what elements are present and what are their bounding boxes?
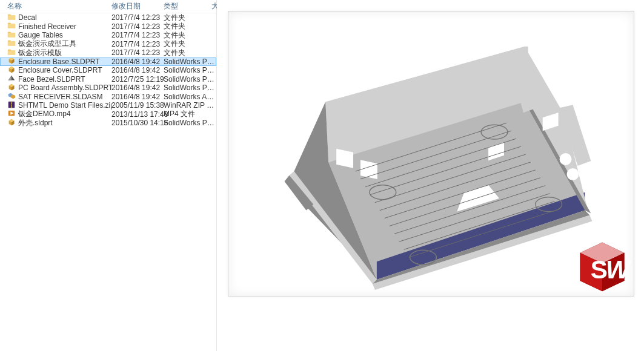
file-date: 2017/7/4 12:23 [111, 31, 164, 39]
file-date: 2016/4/8 19:42 [111, 93, 164, 101]
file-name: Enclosure Base.SLDPRT [18, 57, 100, 66]
file-date: 2012/7/25 12:19 [111, 75, 164, 84]
file-name: Gauge Tables [18, 31, 63, 39]
file-date: 2016/4/8 19:42 [111, 57, 164, 66]
sldprt-icon [7, 118, 16, 128]
svg-point-38 [560, 153, 572, 165]
file-date: 2017/7/4 12:23 [111, 48, 164, 57]
file-date: 2005/11/9 15:38 [111, 101, 164, 110]
file-name: Finished Receiver [18, 22, 76, 31]
svg-marker-7 [8, 76, 12, 80]
svg-rect-15 [11, 102, 12, 103]
file-name: 外壳.sldprt [18, 118, 53, 128]
preview-panel: S W [217, 0, 644, 351]
header-type[interactable]: 类型 [164, 1, 211, 11]
svg-point-39 [567, 168, 579, 180]
svg-rect-16 [11, 104, 12, 105]
file-type: SolidWorks Part... [164, 66, 216, 74]
solidworks-logo-icon: S W [573, 235, 631, 294]
file-type: SolidWorks Part... [164, 119, 216, 127]
file-date: 2017/7/4 12:23 [111, 13, 164, 22]
file-name: Face Bezel.SLDPRT [18, 75, 85, 84]
file-type: MP4 文件 [164, 109, 216, 119]
file-date: 2015/10/30 14:16 [111, 119, 164, 127]
file-date: 2013/11/13 17:48 [111, 110, 164, 119]
file-name: PC Board Assembly.SLDPRT [18, 84, 111, 92]
preview-box[interactable]: S W [228, 11, 634, 297]
file-date: 2017/7/4 12:23 [111, 40, 164, 48]
logo-letter-w: W [606, 255, 631, 284]
file-type: SolidWorks Part... [164, 75, 216, 84]
file-name: Decal [18, 13, 37, 22]
header-date[interactable]: 修改日期 [111, 1, 164, 11]
file-date: 2016/4/8 19:42 [111, 66, 164, 74]
file-date: 2016/4/8 19:42 [111, 84, 164, 92]
file-date: 2017/7/4 12:23 [111, 22, 164, 31]
file-type: SolidWorks Ass... [164, 93, 216, 101]
file-row[interactable]: 外壳.sldprt2015/10/30 14:16SolidWorks Part… [0, 119, 216, 128]
file-name: Enclosure Cover.SLDPRT [18, 66, 102, 74]
file-list-panel: 名称 修改日期 类型 大 Decal2017/7/4 12:23文件夹Finis… [0, 0, 217, 351]
file-list: Decal2017/7/4 12:23文件夹Finished Receiver2… [0, 13, 216, 128]
file-list-header: 名称 修改日期 类型 大 [0, 0, 216, 13]
file-type: SolidWorks Part... [164, 57, 216, 66]
header-size[interactable]: 大 [211, 1, 216, 11]
file-type: 文件夹 [164, 48, 216, 58]
file-type: SolidWorks Part... [164, 84, 216, 92]
file-name: SAT RECEIVER.SLDASM [18, 93, 103, 101]
logo-letter-s: S [591, 255, 608, 284]
svg-rect-17 [11, 106, 12, 107]
file-name: SHTMTL Demo Start Files.zip [18, 101, 111, 110]
header-name[interactable]: 名称 [0, 1, 111, 11]
